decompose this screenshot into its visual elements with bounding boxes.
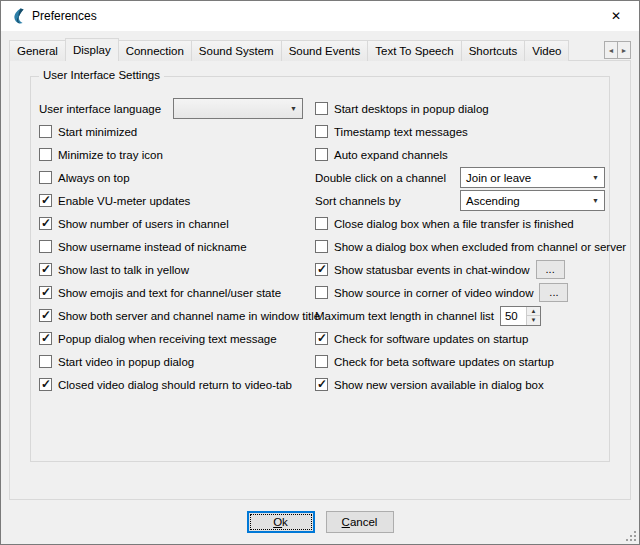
checkbox-row[interactable]: Auto expand channels xyxy=(315,143,605,166)
checkbox-row[interactable]: Closed video dialog should return to vid… xyxy=(39,373,303,396)
emoji-text-state-checkbox[interactable] xyxy=(39,286,52,299)
beta-updates-checkbox[interactable] xyxy=(315,355,328,368)
tab-general[interactable]: General xyxy=(9,40,66,61)
checkbox-row[interactable]: Timestamp text messages xyxy=(315,120,605,143)
tab-sound-system[interactable]: Sound System xyxy=(191,40,282,61)
tab-sound-events[interactable]: Sound Events xyxy=(281,40,369,61)
sort-channels-row: Sort channels by Ascending ▼ xyxy=(315,189,605,212)
language-row: User interface language ▼ xyxy=(39,97,303,120)
vu-meter-updates-checkbox[interactable] xyxy=(39,194,52,207)
checkbox-row[interactable]: Start video in popup dialog xyxy=(39,350,303,373)
show-user-count-checkbox[interactable] xyxy=(39,217,52,230)
cancel-button[interactable]: Cancel xyxy=(326,511,394,533)
close-icon: ✕ xyxy=(611,9,621,23)
excluded-dialog-checkbox[interactable] xyxy=(315,240,328,253)
checkbox-row[interactable]: Show number of users in channel xyxy=(39,212,303,235)
checkbox-label: Minimize to tray icon xyxy=(58,149,163,161)
new-version-dialog-checkbox[interactable] xyxy=(315,378,328,391)
spin-down-button[interactable]: ▼ xyxy=(526,315,540,325)
checkbox-row[interactable]: Start desktops in popup dialog xyxy=(315,97,605,120)
checkbox-row[interactable]: Enable VU-meter updates xyxy=(39,189,303,212)
tab-scroll-left-button[interactable]: ◄ xyxy=(604,41,618,59)
max-text-length-spinner[interactable]: 50 ▲ ▼ xyxy=(500,306,541,326)
checkbox-label: Show a dialog box when excluded from cha… xyxy=(334,241,626,253)
statusbar-events-row[interactable]: Show statusbar events in chat-window ... xyxy=(315,258,605,281)
desktops-popup-checkbox[interactable] xyxy=(315,102,328,115)
checkbox-row[interactable]: Always on top xyxy=(39,166,303,189)
checkbox-row[interactable]: Show last to talk in yellow xyxy=(39,258,303,281)
tab-connection[interactable]: Connection xyxy=(118,40,192,61)
checkbox-row[interactable]: Show both server and channel name in win… xyxy=(39,304,303,327)
timestamp-messages-checkbox[interactable] xyxy=(315,125,328,138)
chevron-down-icon: ▼ xyxy=(285,105,302,112)
spin-up-button[interactable]: ▲ xyxy=(526,307,540,316)
language-combobox[interactable]: ▼ xyxy=(173,98,303,119)
arrow-up-icon: ▲ xyxy=(530,308,536,314)
show-username-checkbox[interactable] xyxy=(39,240,52,253)
checkbox-label: Show username instead of nickname xyxy=(58,241,247,253)
resize-grip[interactable] xyxy=(625,530,636,541)
checkbox-label: Show last to talk in yellow xyxy=(58,264,189,276)
tab-display[interactable]: Display xyxy=(65,38,119,61)
group-title: User Interface Settings xyxy=(39,69,164,81)
cancel-label-mnemonic: C xyxy=(342,516,350,528)
statusbar-events-checkbox[interactable] xyxy=(315,263,328,276)
auto-expand-checkbox[interactable] xyxy=(315,148,328,161)
updates-startup-checkbox[interactable] xyxy=(315,332,328,345)
checkbox-row[interactable]: Start minimized xyxy=(39,120,303,143)
double-click-value: Join or leave xyxy=(461,172,587,184)
tab-shortcuts[interactable]: Shortcuts xyxy=(461,40,526,61)
popup-text-message-checkbox[interactable] xyxy=(39,332,52,345)
checkbox-row[interactable]: Show emojis and text for channel/user st… xyxy=(39,281,303,304)
checkbox-row[interactable]: Minimize to tray icon xyxy=(39,143,303,166)
checkbox-label: Enable VU-meter updates xyxy=(58,195,190,207)
ok-button[interactable]: Ok xyxy=(247,511,315,533)
server-channel-title-checkbox[interactable] xyxy=(39,309,52,322)
cancel-label-rest: ancel xyxy=(350,516,378,528)
checkbox-row[interactable]: Show username instead of nickname xyxy=(39,235,303,258)
arrow-left-icon: ◄ xyxy=(608,47,615,54)
ok-label-rest: k xyxy=(282,516,288,528)
language-label: User interface language xyxy=(39,103,161,115)
max-text-length-row: Maximum text length in channel list 50 ▲… xyxy=(315,304,605,327)
checkbox-row[interactable]: Check for beta software updates on start… xyxy=(315,350,605,373)
double-click-combobox[interactable]: Join or leave ▼ xyxy=(460,167,605,188)
app-icon xyxy=(10,8,26,24)
arrow-right-icon: ► xyxy=(621,47,628,54)
spinner-buttons: ▲ ▼ xyxy=(526,307,540,325)
video-source-corner-checkbox[interactable] xyxy=(315,286,328,299)
checkbox-label: Show both server and channel name in win… xyxy=(58,310,320,322)
video-popup-checkbox[interactable] xyxy=(39,355,52,368)
sort-channels-combobox[interactable]: Ascending ▼ xyxy=(460,190,605,211)
statusbar-events-more-button[interactable]: ... xyxy=(536,260,565,279)
tab-scroll-right-button[interactable]: ► xyxy=(617,41,631,59)
close-button[interactable]: ✕ xyxy=(593,1,639,31)
video-source-row[interactable]: Show source in corner of video window ..… xyxy=(315,281,605,304)
checkbox-row[interactable]: Show a dialog box when excluded from cha… xyxy=(315,235,605,258)
max-text-length-label: Maximum text length in channel list xyxy=(315,310,494,322)
right-column: Start desktops in popup dialog Timestamp… xyxy=(315,97,605,396)
checkbox-label: Auto expand channels xyxy=(334,149,448,161)
checkbox-row[interactable]: Show new version available in dialog box xyxy=(315,373,605,396)
user-interface-settings-group: User Interface Settings User interface l… xyxy=(30,76,610,462)
checkbox-label: Show emojis and text for channel/user st… xyxy=(58,287,281,299)
file-transfer-close-checkbox[interactable] xyxy=(315,217,328,230)
checkbox-row[interactable]: Popup dialog when receiving text message xyxy=(39,327,303,350)
last-talk-yellow-checkbox[interactable] xyxy=(39,263,52,276)
tab-text-to-speech[interactable]: Text To Speech xyxy=(367,40,461,61)
checkbox-label: Start desktops in popup dialog xyxy=(334,103,489,115)
video-return-tab-checkbox[interactable] xyxy=(39,378,52,391)
footer: Ok Cancel xyxy=(1,500,639,544)
checkbox-label: Show new version available in dialog box xyxy=(334,379,544,391)
start-minimized-checkbox[interactable] xyxy=(39,125,52,138)
tab-video[interactable]: Video xyxy=(524,40,569,61)
preferences-window: Preferences ✕ General Display Connection… xyxy=(0,0,640,545)
checkbox-row[interactable]: Check for software updates on startup xyxy=(315,327,605,350)
checkbox-row[interactable]: Close dialog box when a file transfer is… xyxy=(315,212,605,235)
always-on-top-checkbox[interactable] xyxy=(39,171,52,184)
video-source-more-button[interactable]: ... xyxy=(539,283,568,302)
settings-columns: User interface language ▼ Start minimize… xyxy=(31,77,609,396)
sort-channels-value: Ascending xyxy=(461,195,587,207)
minimize-to-tray-checkbox[interactable] xyxy=(39,148,52,161)
max-text-length-value: 50 xyxy=(501,307,526,325)
